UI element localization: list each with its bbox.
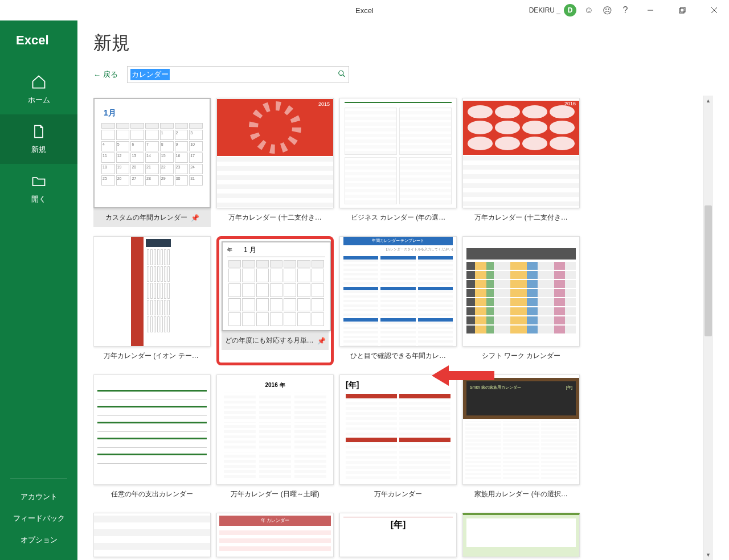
thumb-year-label: 年 xyxy=(227,246,232,254)
template-title: 万年カレンダー (日曜～土曜) xyxy=(231,489,319,499)
thumb-board-year: [年] xyxy=(566,385,572,390)
thumb-header: 年間カレンダー テンプレート xyxy=(343,236,453,245)
template-thumb xyxy=(93,374,211,485)
template-thumb: 2016 年 xyxy=(216,374,334,485)
template-thumb xyxy=(339,98,457,208)
svg-rect-1 xyxy=(679,9,684,13)
sidebar-item-open[interactable]: 開く xyxy=(0,164,77,213)
folder-icon xyxy=(31,173,47,191)
svg-line-6 xyxy=(343,75,345,77)
maximize-button[interactable] xyxy=(670,2,695,19)
page-title: 新規 xyxy=(93,31,713,56)
template-thumb xyxy=(462,236,580,347)
thumb-header: 年 カレンダー xyxy=(219,516,331,526)
template-title: 万年カレンダー (十二支付き… xyxy=(228,213,321,223)
home-icon xyxy=(31,74,47,92)
svg-rect-2 xyxy=(681,7,685,12)
template-title: カスタムの年間カレンダー xyxy=(105,213,187,223)
sidebar-item-label: 新規 xyxy=(31,145,46,155)
sidebar-item-label: ホーム xyxy=(28,95,50,105)
template-card-partial[interactable] xyxy=(462,513,580,557)
template-thumb: 2016 xyxy=(462,98,580,208)
user-name: DEKIRU _ xyxy=(529,6,560,14)
template-card-year-glance[interactable]: 年間カレンダー テンプレート [カレンダーのタイトルを入力してください] ひと目… xyxy=(339,236,457,365)
search-value-highlight: カレンダー xyxy=(130,69,170,80)
app-title: Excel xyxy=(355,6,374,15)
template-card-perpetual-sun-sat[interactable]: 2016 年 万年カレンダー (日曜～土曜) xyxy=(216,374,334,504)
titlebar: Excel DEKIRU _ D ☺ ☹ ? xyxy=(0,0,729,20)
template-title: シフト ワーク カレンダー xyxy=(482,351,561,361)
back-button[interactable]: ← 戻る xyxy=(93,69,118,80)
template-thumb: Smith 家の家族用カレンダー [年] xyxy=(462,374,580,485)
sidebar-account[interactable]: アカウント xyxy=(0,486,77,508)
sidebar-item-home[interactable]: ホーム xyxy=(0,65,77,114)
minimize-button[interactable] xyxy=(638,2,663,19)
template-title: 家族用カレンダー (年の選択… xyxy=(474,489,567,499)
template-title: 万年カレンダー (イオン テーマ) xyxy=(104,351,200,361)
template-card-shift[interactable]: シフト ワーク カレンダー xyxy=(462,236,580,365)
template-thumb: 1月 123 45678910 11121314151617 181920212… xyxy=(93,98,211,208)
template-card-custom-year[interactable]: 1月 123 45678910 11121314151617 181920212… xyxy=(93,98,211,227)
template-card-family[interactable]: Smith 家の家族用カレンダー [年] 家族用カレンダー (年の選択… xyxy=(462,374,580,504)
template-card-ion[interactable]: 万年カレンダー (イオン テーマ) xyxy=(93,236,211,365)
svg-marker-8 xyxy=(432,365,494,386)
template-card-zodiac-2015[interactable]: 2015 万年カレンダー (十二支付き… xyxy=(216,98,334,227)
thumb-month-label: 1 月 xyxy=(244,245,256,255)
user-account[interactable]: DEKIRU _ D xyxy=(529,4,576,17)
annotation-arrow xyxy=(432,364,494,389)
thumb-month-label: 1月 xyxy=(100,105,204,122)
sidebar: Excel ホーム 新規 開く xyxy=(0,20,77,560)
scroll-track[interactable] xyxy=(703,106,713,550)
template-card-perpetual[interactable]: [年] 万年カレンダー xyxy=(339,374,457,504)
user-avatar: D xyxy=(564,4,576,17)
template-title: ひと目で確認できる年間カレ… xyxy=(350,351,446,361)
svg-point-5 xyxy=(339,71,343,75)
sidebar-feedback[interactable]: フィードバック xyxy=(0,508,77,529)
template-card-partial[interactable]: 年 カレンダー xyxy=(216,513,334,557)
thumb-year: 2016 xyxy=(564,101,576,106)
thumb-year: 2015 xyxy=(318,101,330,107)
template-title: どの年度にも対応する月単… xyxy=(225,336,314,345)
svg-point-7 xyxy=(253,106,297,149)
back-label: 戻る xyxy=(103,69,118,80)
template-thumb xyxy=(93,236,211,347)
template-title: 万年カレンダー (十二支付き… xyxy=(474,213,567,223)
sidebar-item-new[interactable]: 新規 xyxy=(0,114,77,164)
sidebar-item-label: 開く xyxy=(31,194,46,204)
template-card-zodiac-2016[interactable]: 2016 万年カレンダー (十二支付き… xyxy=(462,98,580,227)
pin-icon[interactable]: 📌 xyxy=(317,337,326,345)
help-icon[interactable]: ? xyxy=(620,5,631,16)
smile-icon[interactable]: ☺ xyxy=(583,5,595,16)
scrollbar[interactable]: ▲ ▼ xyxy=(703,96,713,560)
close-button[interactable] xyxy=(702,2,727,19)
pin-icon[interactable]: 📌 xyxy=(191,214,199,222)
thumb-year: 2016 年 xyxy=(224,381,326,389)
sidebar-divider xyxy=(10,479,67,479)
template-card-expense[interactable]: 任意の年の支出カレンダー xyxy=(93,374,211,504)
template-card-partial[interactable] xyxy=(93,513,211,557)
template-card-monthly-any-year[interactable]: 年 1 月 どの年度にも対応する月単… 📌 xyxy=(216,236,334,365)
sidebar-logo: Excel xyxy=(0,27,77,65)
template-thumb: 2015 xyxy=(216,98,334,208)
template-title: 万年カレンダー xyxy=(374,489,422,499)
new-icon xyxy=(31,123,47,141)
sidebar-options[interactable]: オプション xyxy=(0,529,77,551)
template-title: ビジネス カレンダー (年の選… xyxy=(351,213,446,223)
scroll-down-icon[interactable]: ▼ xyxy=(703,550,713,560)
arrow-left-icon: ← xyxy=(93,71,101,79)
template-card-business[interactable]: ビジネス カレンダー (年の選… xyxy=(339,98,457,227)
frown-icon[interactable]: ☹ xyxy=(601,5,613,16)
search-box: カレンダー xyxy=(127,66,349,83)
search-icon[interactable] xyxy=(338,70,346,80)
thumb-year: [年] xyxy=(343,519,453,531)
scroll-up-icon[interactable]: ▲ xyxy=(703,96,713,106)
template-title: 任意の年の支出カレンダー xyxy=(111,489,193,499)
template-thumb: 年 1 月 xyxy=(222,241,331,331)
content: 新規 ← 戻る カレンダー xyxy=(77,20,729,560)
template-thumb: [年] xyxy=(339,374,457,485)
template-thumb: 年間カレンダー テンプレート [カレンダーのタイトルを入力してください] xyxy=(339,236,457,347)
template-card-partial[interactable]: [年] xyxy=(339,513,457,557)
scroll-thumb[interactable] xyxy=(705,205,712,336)
